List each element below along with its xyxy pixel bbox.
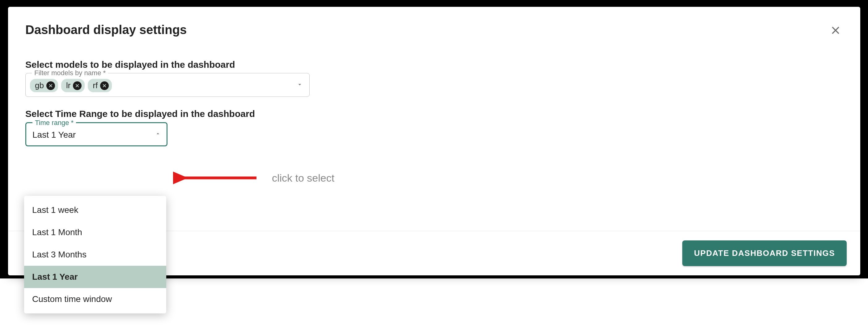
time-range-select[interactable]: Time range * Last 1 Year <box>25 122 167 146</box>
models-section-label: Select models to be displayed in the das… <box>25 59 843 70</box>
filter-models-field[interactable]: Filter models by name * gb lr rf <box>25 73 310 97</box>
close-button[interactable] <box>828 23 843 38</box>
model-chip: lr <box>61 79 85 92</box>
time-range-label: Time range * <box>32 119 76 127</box>
close-icon <box>830 25 841 36</box>
chevron-up-icon <box>155 131 161 138</box>
time-range-option[interactable]: Last 3 Months <box>24 244 166 266</box>
model-chip: rf <box>88 79 112 92</box>
model-chip-label: lr <box>66 81 70 90</box>
filter-models-label: Filter models by name * <box>32 69 108 77</box>
time-range-option[interactable]: Last 1 Month <box>24 221 166 244</box>
update-settings-button[interactable]: UPDATE DASHBOARD SETTINGS <box>682 241 847 266</box>
close-icon <box>102 83 107 88</box>
remove-chip-button[interactable] <box>46 81 55 90</box>
remove-chip-button[interactable] <box>100 81 109 90</box>
timerange-section-label: Select Time Range to be displayed in the… <box>25 109 843 119</box>
time-range-option[interactable]: Last 1 week <box>24 199 166 221</box>
chevron-down-icon[interactable] <box>296 81 303 89</box>
time-range-option[interactable]: Last 1 Year <box>24 266 166 288</box>
dialog-header: Dashboard display settings <box>8 7 860 47</box>
model-chip-label: rf <box>93 81 98 90</box>
close-icon <box>75 83 80 88</box>
model-chip-label: gb <box>35 81 44 90</box>
remove-chip-button[interactable] <box>73 81 82 90</box>
time-range-value: Last 1 Year <box>32 130 76 140</box>
model-chip: gb <box>30 79 58 92</box>
close-icon <box>48 83 53 88</box>
time-range-option[interactable]: Custom time window <box>24 288 166 310</box>
dialog-title: Dashboard display settings <box>25 23 187 37</box>
time-range-dropdown: Last 1 week Last 1 Month Last 3 Months L… <box>24 196 166 313</box>
